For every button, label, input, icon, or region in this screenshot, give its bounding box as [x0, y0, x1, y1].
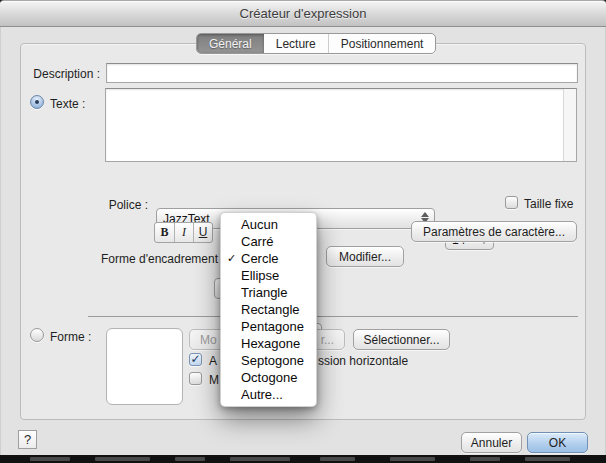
description-input[interactable] [106, 63, 578, 83]
forme-radio-label: Forme : [50, 330, 91, 344]
underline-button[interactable]: U [193, 223, 212, 242]
text-style-segmented-control: B I U [154, 222, 213, 243]
texte-radio-label: Texte : [50, 97, 85, 111]
bold-button[interactable]: B [155, 223, 174, 242]
disabled-button-text-left: Mo [200, 333, 217, 347]
menu-item-carr-[interactable]: Carré [221, 233, 316, 250]
texte-radio[interactable] [30, 95, 44, 109]
annuler-button[interactable]: Annuler [461, 432, 522, 453]
checkbox1-label-left: A [209, 354, 217, 368]
texte-textarea[interactable] [105, 88, 577, 162]
window-title: Créateur d'expression [0, 6, 606, 21]
title-bar: Créateur d'expression [0, 0, 606, 27]
menu-item-pentagone[interactable]: Pentagone [221, 318, 316, 335]
menu-item-autre-[interactable]: Autre... [221, 386, 316, 403]
menu-item-triangle[interactable]: Triangle [221, 284, 316, 301]
desktop-background-strip [0, 455, 606, 463]
menu-item-rectangle[interactable]: Rectangle [221, 301, 316, 318]
dialog-body: Général Lecture Positionnement Descripti… [0, 27, 606, 455]
expression-builder-dialog: Créateur d'expression Général Lecture Po… [0, 0, 606, 463]
checkbox1-label-right: ssion horizontale [318, 354, 408, 368]
textarea-scrollbar[interactable] [563, 89, 576, 161]
menu-item-aucun[interactable]: Aucun [221, 216, 316, 233]
disabled-button-text-right: r... [321, 333, 334, 347]
taille-fixe-checkbox[interactable] [505, 196, 518, 209]
forme-radio[interactable] [30, 328, 44, 342]
menu-item-septogone[interactable]: Septogone [221, 352, 316, 369]
modifier-button[interactable]: Modifier... [326, 246, 404, 267]
menu-item-octogone[interactable]: Octogone [221, 369, 316, 386]
tab-positionnement[interactable]: Positionnement [328, 34, 436, 53]
check-icon: ✓ [190, 352, 200, 366]
forme-preview-box [106, 328, 183, 405]
menu-item-ellipse[interactable]: Ellipse [221, 267, 316, 284]
parametres-caractere-button[interactable]: Paramètres de caractère... [411, 221, 577, 242]
ok-button[interactable]: OK [527, 432, 588, 453]
selectionner-button[interactable]: Sélectionner... [353, 329, 450, 350]
checkbox2-label: M [209, 373, 219, 387]
police-label: Police : [88, 198, 148, 212]
ajuster-expression-checkbox[interactable]: ✓ [189, 353, 202, 366]
tab-general[interactable]: Général [197, 34, 264, 53]
forme-encadrement-menu: AucunCarré✓CercleEllipseTriangleRectangl… [220, 212, 317, 407]
tab-bar: Général Lecture Positionnement [196, 33, 436, 54]
italic-button[interactable]: I [174, 223, 193, 242]
help-button[interactable]: ? [18, 430, 37, 449]
tab-lecture[interactable]: Lecture [264, 34, 328, 53]
check-icon: ✓ [227, 250, 236, 267]
forme-encadrement-label: Forme d'encadrement [60, 252, 218, 266]
menu-item-cercle[interactable]: ✓Cercle [221, 250, 316, 267]
taille-fixe-label: Taille fixe [524, 197, 573, 211]
description-label: Description : [20, 67, 100, 81]
section-separator [88, 316, 578, 317]
menu-item-hexagone[interactable]: Hexagone [221, 335, 316, 352]
second-option-checkbox[interactable] [189, 372, 202, 385]
